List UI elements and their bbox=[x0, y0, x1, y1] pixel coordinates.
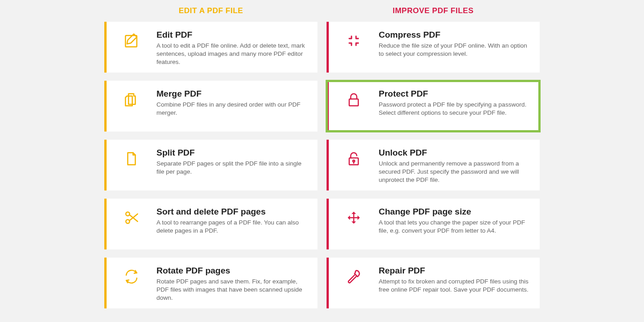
card-body: Change PDF page size A tool that lets yo… bbox=[379, 207, 531, 235]
tool-card-unlock[interactable]: Unlock PDF Unlock and permanently remove… bbox=[327, 140, 540, 190]
card-body: Rotate PDF pages Rotate PDF pages and sa… bbox=[156, 266, 308, 302]
card-desc: Rotate PDF pages and save them. Fix, for… bbox=[156, 278, 308, 302]
card-title: Repair PDF bbox=[379, 266, 531, 276]
card-desc: Combine PDF files in any desired order w… bbox=[156, 101, 308, 117]
card-title: Protect PDF bbox=[379, 89, 531, 99]
tool-card-rotate[interactable]: Rotate PDF pages Rotate PDF pages and sa… bbox=[104, 258, 317, 308]
split-icon bbox=[107, 148, 156, 168]
card-desc: Reduce the file size of your PDF online.… bbox=[379, 42, 531, 58]
tool-card-protect[interactable]: Protect PDF Password protect a PDF file … bbox=[327, 81, 540, 132]
unlock-icon bbox=[329, 148, 379, 168]
column-improve: IMPROVE PDF FILES Compress PDF Reduce th… bbox=[327, 6, 540, 317]
card-title: Compress PDF bbox=[379, 30, 531, 40]
tool-card-split[interactable]: Split PDF Separate PDF pages or split th… bbox=[104, 140, 317, 190]
tools-grid: EDIT A PDF FILE Edit PDF A tool to edit … bbox=[0, 0, 644, 322]
edit-icon bbox=[107, 30, 156, 50]
merge-icon bbox=[107, 89, 156, 109]
card-desc: A tool to rearrange pages of a PDF file.… bbox=[156, 219, 308, 235]
card-title: Rotate PDF pages bbox=[156, 266, 308, 276]
tool-card-compress[interactable]: Compress PDF Reduce the file size of you… bbox=[327, 22, 540, 73]
card-body: Repair PDF Attempt to fix broken and cor… bbox=[379, 266, 531, 294]
card-body: Split PDF Separate PDF pages or split th… bbox=[156, 148, 308, 176]
svg-rect-3 bbox=[349, 99, 358, 106]
rotate-icon bbox=[107, 266, 156, 286]
card-title: Merge PDF bbox=[156, 89, 308, 99]
card-body: Unlock PDF Unlock and permanently remove… bbox=[379, 148, 531, 185]
card-title: Sort and delete PDF pages bbox=[156, 207, 308, 217]
card-body: Protect PDF Password protect a PDF file … bbox=[379, 89, 531, 117]
column-heading-edit: EDIT A PDF FILE bbox=[104, 6, 317, 15]
column-heading-improve: IMPROVE PDF FILES bbox=[327, 6, 540, 15]
card-title: Edit PDF bbox=[156, 30, 308, 40]
protect-icon bbox=[329, 89, 379, 109]
tool-card-merge[interactable]: Merge PDF Combine PDF files in any desir… bbox=[104, 81, 317, 132]
repair-icon bbox=[329, 266, 379, 286]
card-desc: A tool that lets you change the paper si… bbox=[379, 219, 531, 235]
tool-card-sort[interactable]: Sort and delete PDF pages A tool to rear… bbox=[104, 199, 317, 249]
card-title: Split PDF bbox=[156, 148, 308, 158]
card-body: Sort and delete PDF pages A tool to rear… bbox=[156, 207, 308, 235]
card-body: Compress PDF Reduce the file size of you… bbox=[379, 30, 531, 58]
card-title: Change PDF page size bbox=[379, 207, 531, 217]
card-desc: A tool to edit a PDF file online. Add or… bbox=[156, 42, 308, 67]
card-title: Unlock PDF bbox=[379, 148, 531, 158]
resize-icon bbox=[329, 207, 379, 227]
tool-card-resize[interactable]: Change PDF page size A tool that lets yo… bbox=[327, 199, 540, 249]
tool-card-repair[interactable]: Repair PDF Attempt to fix broken and cor… bbox=[327, 258, 540, 308]
card-desc: Separate PDF pages or split the PDF file… bbox=[156, 160, 308, 176]
card-body: Merge PDF Combine PDF files in any desir… bbox=[156, 89, 308, 117]
sort-icon bbox=[107, 207, 156, 227]
tool-card-edit[interactable]: Edit PDF A tool to edit a PDF file onlin… bbox=[104, 22, 317, 73]
column-edit: EDIT A PDF FILE Edit PDF A tool to edit … bbox=[104, 6, 317, 317]
card-desc: Unlock and permanently remove a password… bbox=[379, 160, 531, 185]
card-body: Edit PDF A tool to edit a PDF file onlin… bbox=[156, 30, 308, 67]
compress-icon bbox=[329, 30, 379, 50]
card-desc: Password protect a PDF file by specifyin… bbox=[379, 101, 531, 117]
card-desc: Attempt to fix broken and corrupted PDF … bbox=[379, 278, 531, 294]
